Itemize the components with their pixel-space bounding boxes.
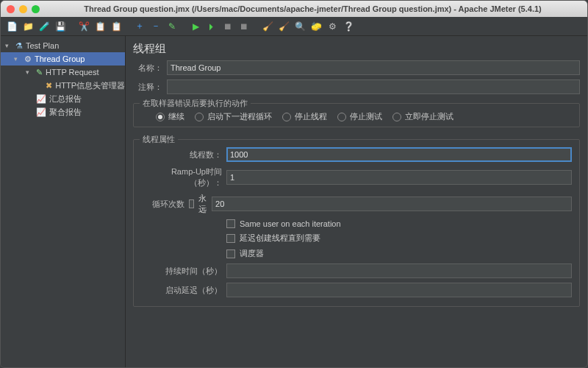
tree-node-test-plan[interactable]: ▾⚗Test Plan (1, 39, 125, 52)
start-icon[interactable]: ▶ (189, 20, 202, 33)
name-input[interactable] (167, 60, 580, 75)
tree-label: HTTP Request (46, 68, 99, 77)
delay-create-checkbox[interactable] (226, 234, 235, 243)
loop-label: 循环次数 (141, 199, 184, 210)
radio-next-loop[interactable]: 启动下一进程循环 (195, 111, 272, 122)
templates-icon[interactable]: 📁 (21, 20, 35, 33)
same-user-checkbox[interactable] (226, 219, 235, 228)
duration-input (226, 263, 572, 278)
titlebar: Thread Group question.jmx (/Users/mac/Do… (1, 1, 587, 17)
name-label: 名称： (133, 63, 162, 74)
new-icon[interactable]: 📄 (5, 20, 18, 33)
add-icon[interactable]: ＋ (133, 20, 146, 33)
window-title: Thread Group question.jmx (/Users/mac/Do… (44, 4, 581, 13)
threads-label: 线程数： (141, 149, 222, 160)
shutdown-icon[interactable]: ⏹ (237, 20, 251, 33)
search-icon[interactable]: 🔍 (293, 20, 306, 33)
open-icon[interactable]: 🧪 (37, 20, 51, 33)
radio-label: 停止线程 (295, 111, 327, 122)
toggle-icon[interactable]: ✎ (165, 20, 179, 33)
stop-icon[interactable]: ⏹ (221, 20, 234, 33)
tree-node-aggregate-report[interactable]: 📈聚合报告 (1, 105, 125, 118)
tree-node-thread-group[interactable]: ▾⚙Thread Group (1, 52, 125, 66)
tree-label: 汇总报告 (49, 93, 82, 105)
startup-delay-label: 启动延迟（秒） (141, 285, 222, 296)
loop-input[interactable] (212, 197, 572, 211)
panel-heading: 线程组 (133, 42, 580, 56)
threads-input[interactable] (226, 147, 572, 162)
tree-node-http-request[interactable]: ▾✎HTTP Request (1, 66, 125, 79)
forever-checkbox[interactable] (189, 199, 194, 208)
paste-icon[interactable]: 📋 (110, 20, 123, 33)
radio-label: 启动下一进程循环 (207, 111, 272, 122)
reset-search-icon[interactable]: 🧽 (309, 20, 323, 33)
radio-label: 继续 (168, 111, 184, 122)
minimize-icon[interactable] (19, 5, 27, 13)
tree-label: Test Plan (26, 41, 59, 50)
remove-icon[interactable]: － (149, 20, 162, 33)
clear-icon[interactable]: 🧹 (261, 20, 274, 33)
delay-create-label: 延迟创建线程直到需要 (240, 233, 320, 244)
config-panel: 线程组 名称： 注释： 在取样器错误后要执行的动作 继续 启动下一进程循环 停止… (126, 36, 587, 367)
clear-all-icon[interactable]: 🧹 (277, 20, 290, 33)
startup-delay-input (226, 283, 572, 297)
help-icon[interactable]: ❔ (342, 20, 355, 33)
zoom-icon[interactable] (32, 5, 40, 13)
forever-label: 永远 (198, 193, 207, 215)
radio-label: 立即停止测试 (405, 111, 453, 122)
same-user-label: Same user on each iteration (240, 219, 341, 228)
rampup-label: Ramp-Up时间（秒）： (141, 166, 222, 188)
radio-label: 停止测试 (350, 111, 382, 122)
thread-properties-group: 线程属性 线程数： Ramp-Up时间（秒）： 循环次数 永远 Same use… (133, 139, 580, 307)
on-error-group: 在取样器错误后要执行的动作 继续 启动下一进程循环 停止线程 停止测试 立即停止… (133, 103, 580, 127)
radio-stop-test[interactable]: 停止测试 (337, 111, 382, 122)
start-no-pause-icon[interactable]: ⏵ (205, 20, 218, 33)
test-plan-tree[interactable]: ▾⚗Test Plan ▾⚙Thread Group ▾✎HTTP Reques… (1, 36, 126, 367)
tree-node-header-manager[interactable]: ✖HTTP信息头管理器 (1, 79, 125, 92)
radio-stop-now[interactable]: 立即停止测试 (392, 111, 453, 122)
fn-icon[interactable]: ⚙ (326, 20, 339, 33)
close-icon[interactable] (7, 5, 15, 13)
duration-label: 持续时间（秒） (141, 266, 222, 277)
save-icon[interactable]: 💾 (54, 20, 67, 33)
cut-icon[interactable]: ✂️ (77, 20, 90, 33)
toolbar: 📄 📁 🧪 💾 ✂️ 📋 📋 ＋ － ✎ ▶ ⏵ ⏹ ⏹ 🧹 🧹 🔍 🧽 ⚙ ❔ (1, 17, 587, 36)
tree-label: Thread Group (35, 54, 85, 63)
copy-icon[interactable]: 📋 (93, 20, 107, 33)
radio-continue[interactable]: 继续 (156, 111, 184, 122)
tree-label: HTTP信息头管理器 (55, 80, 125, 91)
scheduler-checkbox[interactable] (226, 250, 235, 258)
thread-properties-legend: 线程属性 (140, 134, 178, 145)
comment-input[interactable] (167, 79, 580, 94)
scheduler-label: 调度器 (240, 248, 264, 259)
on-error-legend: 在取样器错误后要执行的动作 (140, 98, 251, 109)
radio-stop-thread[interactable]: 停止线程 (282, 111, 327, 122)
tree-node-summary-report[interactable]: 📈汇总报告 (1, 92, 125, 105)
tree-label: 聚合报告 (49, 107, 82, 118)
comment-label: 注释： (133, 82, 162, 93)
rampup-input[interactable] (226, 170, 572, 185)
